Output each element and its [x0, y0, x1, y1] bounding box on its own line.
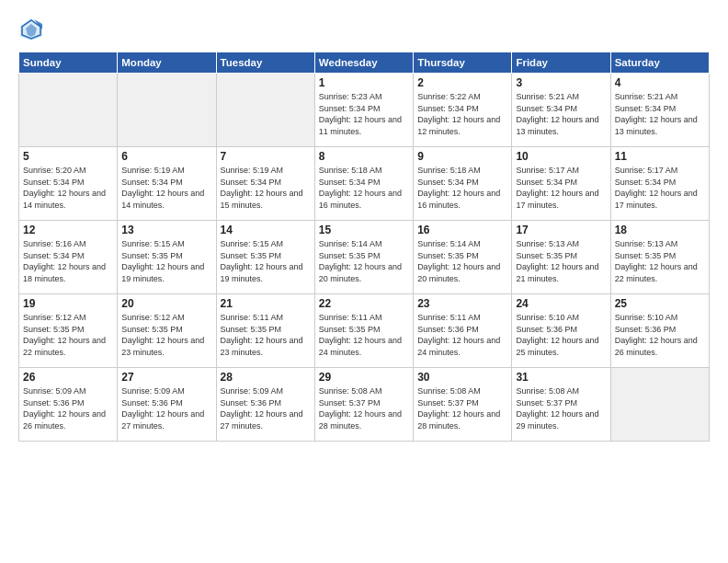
day-info: Sunrise: 5:14 AMSunset: 5:35 PMDaylight:… [417, 238, 507, 284]
weekday-header-friday: Friday [512, 52, 610, 74]
day-number: 21 [221, 297, 311, 310]
day-number: 1 [319, 76, 409, 89]
calendar-day-cell: 11Sunrise: 5:17 AMSunset: 5:34 PMDayligh… [610, 147, 709, 221]
logo [18, 17, 48, 42]
calendar-day-cell: 10Sunrise: 5:17 AMSunset: 5:34 PMDayligh… [512, 147, 610, 221]
day-number: 23 [417, 297, 507, 310]
day-info: Sunrise: 5:15 AMSunset: 5:35 PMDaylight:… [221, 238, 311, 284]
day-number: 18 [615, 224, 705, 236]
day-info: Sunrise: 5:08 AMSunset: 5:37 PMDaylight:… [516, 385, 606, 431]
day-info: Sunrise: 5:17 AMSunset: 5:34 PMDaylight:… [516, 165, 606, 211]
day-number: 14 [221, 224, 311, 236]
day-info: Sunrise: 5:10 AMSunset: 5:36 PMDaylight:… [615, 312, 705, 358]
weekday-header-monday: Monday [118, 52, 216, 74]
day-number: 13 [121, 224, 211, 236]
day-number: 26 [23, 371, 113, 384]
calendar-day-cell: 14Sunrise: 5:15 AMSunset: 5:35 PMDayligh… [216, 221, 314, 294]
calendar-day-cell: 25Sunrise: 5:10 AMSunset: 5:36 PMDayligh… [610, 294, 709, 368]
day-info: Sunrise: 5:14 AMSunset: 5:35 PMDaylight:… [319, 238, 409, 284]
calendar-day-cell [216, 74, 314, 147]
day-number: 11 [615, 150, 705, 163]
calendar-day-cell: 20Sunrise: 5:12 AMSunset: 5:35 PMDayligh… [118, 294, 216, 368]
day-number: 29 [319, 371, 409, 384]
day-number: 17 [516, 224, 606, 236]
day-number: 7 [221, 150, 311, 163]
day-number: 15 [319, 224, 409, 236]
calendar-day-cell: 21Sunrise: 5:11 AMSunset: 5:35 PMDayligh… [216, 294, 314, 368]
day-number: 19 [23, 297, 113, 310]
weekday-header-saturday: Saturday [610, 52, 709, 74]
header [18, 17, 710, 42]
day-info: Sunrise: 5:19 AMSunset: 5:34 PMDaylight:… [121, 165, 211, 211]
day-info: Sunrise: 5:17 AMSunset: 5:34 PMDaylight:… [615, 165, 705, 211]
day-info: Sunrise: 5:11 AMSunset: 5:35 PMDaylight:… [319, 312, 409, 358]
day-info: Sunrise: 5:11 AMSunset: 5:35 PMDaylight:… [221, 312, 311, 358]
day-info: Sunrise: 5:22 AMSunset: 5:34 PMDaylight:… [417, 91, 507, 137]
calendar-day-cell [610, 368, 709, 442]
day-number: 8 [319, 150, 409, 163]
calendar-day-cell: 19Sunrise: 5:12 AMSunset: 5:35 PMDayligh… [19, 294, 118, 368]
calendar-day-cell: 29Sunrise: 5:08 AMSunset: 5:37 PMDayligh… [314, 368, 413, 442]
day-info: Sunrise: 5:19 AMSunset: 5:34 PMDaylight:… [221, 165, 311, 211]
calendar-day-cell: 31Sunrise: 5:08 AMSunset: 5:37 PMDayligh… [512, 368, 610, 442]
day-number: 16 [417, 224, 507, 236]
calendar-day-cell: 3Sunrise: 5:21 AMSunset: 5:34 PMDaylight… [512, 74, 610, 147]
weekday-header-thursday: Thursday [414, 52, 512, 74]
day-info: Sunrise: 5:21 AMSunset: 5:34 PMDaylight:… [615, 91, 705, 137]
day-info: Sunrise: 5:09 AMSunset: 5:36 PMDaylight:… [121, 385, 211, 431]
calendar-day-cell: 24Sunrise: 5:10 AMSunset: 5:36 PMDayligh… [512, 294, 610, 368]
day-info: Sunrise: 5:13 AMSunset: 5:35 PMDaylight:… [516, 238, 606, 284]
calendar-day-cell: 27Sunrise: 5:09 AMSunset: 5:36 PMDayligh… [118, 368, 216, 442]
calendar-table: SundayMondayTuesdayWednesdayThursdayFrid… [18, 52, 710, 442]
calendar-week-5: 26Sunrise: 5:09 AMSunset: 5:36 PMDayligh… [19, 368, 710, 442]
calendar-week-3: 12Sunrise: 5:16 AMSunset: 5:34 PMDayligh… [19, 221, 710, 294]
day-info: Sunrise: 5:23 AMSunset: 5:34 PMDaylight:… [319, 91, 409, 137]
day-info: Sunrise: 5:09 AMSunset: 5:36 PMDaylight:… [221, 385, 311, 431]
calendar-day-cell: 23Sunrise: 5:11 AMSunset: 5:36 PMDayligh… [414, 294, 512, 368]
day-number: 5 [23, 150, 113, 163]
day-number: 10 [516, 150, 606, 163]
calendar-day-cell: 5Sunrise: 5:20 AMSunset: 5:34 PMDaylight… [19, 147, 118, 221]
day-number: 24 [516, 297, 606, 310]
calendar-header-row: SundayMondayTuesdayWednesdayThursdayFrid… [19, 52, 710, 74]
calendar-day-cell: 26Sunrise: 5:09 AMSunset: 5:36 PMDayligh… [19, 368, 118, 442]
weekday-header-tuesday: Tuesday [216, 52, 314, 74]
day-number: 4 [615, 76, 705, 89]
day-number: 2 [417, 76, 507, 89]
day-number: 25 [615, 297, 705, 310]
calendar-day-cell: 1Sunrise: 5:23 AMSunset: 5:34 PMDaylight… [314, 74, 413, 147]
calendar-day-cell: 8Sunrise: 5:18 AMSunset: 5:34 PMDaylight… [314, 147, 413, 221]
day-number: 22 [319, 297, 409, 310]
calendar-day-cell: 22Sunrise: 5:11 AMSunset: 5:35 PMDayligh… [314, 294, 413, 368]
calendar-day-cell: 6Sunrise: 5:19 AMSunset: 5:34 PMDaylight… [118, 147, 216, 221]
day-number: 12 [23, 224, 113, 236]
day-info: Sunrise: 5:09 AMSunset: 5:36 PMDaylight:… [23, 385, 113, 431]
page: SundayMondayTuesdayWednesdayThursdayFrid… [0, 0, 728, 563]
day-info: Sunrise: 5:16 AMSunset: 5:34 PMDaylight:… [23, 238, 113, 284]
day-info: Sunrise: 5:08 AMSunset: 5:37 PMDaylight:… [417, 385, 507, 431]
day-info: Sunrise: 5:20 AMSunset: 5:34 PMDaylight:… [23, 165, 113, 211]
calendar-day-cell: 9Sunrise: 5:18 AMSunset: 5:34 PMDaylight… [414, 147, 512, 221]
calendar-day-cell: 7Sunrise: 5:19 AMSunset: 5:34 PMDaylight… [216, 147, 314, 221]
day-info: Sunrise: 5:18 AMSunset: 5:34 PMDaylight:… [417, 165, 507, 211]
calendar-week-1: 1Sunrise: 5:23 AMSunset: 5:34 PMDaylight… [19, 74, 710, 147]
calendar-day-cell: 13Sunrise: 5:15 AMSunset: 5:35 PMDayligh… [118, 221, 216, 294]
calendar-week-4: 19Sunrise: 5:12 AMSunset: 5:35 PMDayligh… [19, 294, 710, 368]
day-info: Sunrise: 5:11 AMSunset: 5:36 PMDaylight:… [417, 312, 507, 358]
calendar-week-2: 5Sunrise: 5:20 AMSunset: 5:34 PMDaylight… [19, 147, 710, 221]
calendar-day-cell: 18Sunrise: 5:13 AMSunset: 5:35 PMDayligh… [610, 221, 709, 294]
calendar-day-cell [118, 74, 216, 147]
calendar-day-cell: 4Sunrise: 5:21 AMSunset: 5:34 PMDaylight… [610, 74, 709, 147]
calendar-day-cell: 16Sunrise: 5:14 AMSunset: 5:35 PMDayligh… [414, 221, 512, 294]
day-info: Sunrise: 5:18 AMSunset: 5:34 PMDaylight:… [319, 165, 409, 211]
day-info: Sunrise: 5:12 AMSunset: 5:35 PMDaylight:… [121, 312, 211, 358]
day-info: Sunrise: 5:13 AMSunset: 5:35 PMDaylight:… [615, 238, 705, 284]
calendar-day-cell: 17Sunrise: 5:13 AMSunset: 5:35 PMDayligh… [512, 221, 610, 294]
calendar-day-cell: 2Sunrise: 5:22 AMSunset: 5:34 PMDaylight… [414, 74, 512, 147]
day-number: 20 [121, 297, 211, 310]
calendar-day-cell: 30Sunrise: 5:08 AMSunset: 5:37 PMDayligh… [414, 368, 512, 442]
day-info: Sunrise: 5:12 AMSunset: 5:35 PMDaylight:… [23, 312, 113, 358]
day-number: 27 [121, 371, 211, 384]
day-info: Sunrise: 5:10 AMSunset: 5:36 PMDaylight:… [516, 312, 606, 358]
day-number: 3 [516, 76, 606, 89]
